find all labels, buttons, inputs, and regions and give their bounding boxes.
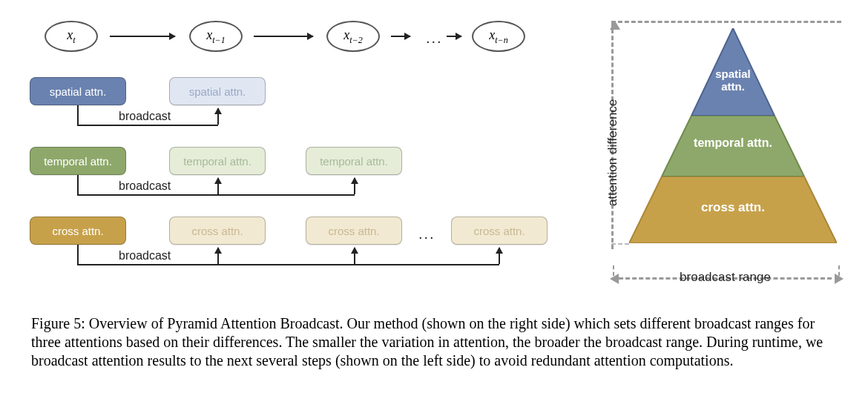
arrow-up-icon <box>354 178 355 194</box>
pyramid-label: cross attn. <box>629 200 837 215</box>
arrow-right-icon <box>110 36 175 37</box>
pyramid-label: spatialattn. <box>629 68 837 93</box>
timestep-sub: t−1 <box>212 34 225 44</box>
broadcast-label: broadcast <box>119 249 171 262</box>
cross-attn-ghost: cross attn. <box>306 217 402 245</box>
cross-attn-box: cross attn. <box>30 217 126 245</box>
left-diagram: xt xt−1 xt−2 xt−n ... spatial attn. spat… <box>30 21 594 295</box>
arrow-right-icon <box>391 36 410 37</box>
ellipsis: ... <box>426 30 443 47</box>
x-axis: broadcast range <box>608 249 842 251</box>
guide-line <box>611 243 629 245</box>
ellipsis: ... <box>418 225 435 242</box>
spatial-attn-box: spatial attn. <box>30 77 126 105</box>
timestep-var: xt <box>67 27 75 46</box>
rail-segment <box>77 194 355 196</box>
timestep-oval: xt <box>45 21 98 52</box>
timestep-sub: t−n <box>495 34 507 44</box>
arrow-up-icon <box>217 178 219 194</box>
pyramid: spatialattn. spatial attn. temporal attn… <box>629 28 837 243</box>
attn-label: cross attn. <box>52 225 103 237</box>
arrow-right-icon <box>254 36 313 37</box>
pyramid-label: temporal attn. <box>629 136 837 150</box>
attn-label: spatial attn. <box>50 85 107 98</box>
cross-attn-ghost: cross attn. <box>451 217 548 245</box>
x-axis-dashed-top <box>611 21 841 23</box>
rail-segment <box>77 264 499 265</box>
attn-label: cross attn. <box>191 225 243 237</box>
pyramid-layer-cross: cross attn. <box>629 176 837 243</box>
attn-label: temporal attn. <box>44 155 112 168</box>
attn-label: cross attn. <box>328 225 379 237</box>
timestep-var: xt−n <box>489 27 507 46</box>
temporal-attn-ghost: temporal attn. <box>169 147 266 175</box>
rail-segment <box>77 175 79 194</box>
right-pyramid-panel: attention difference spatialattn. spatia… <box>608 21 842 295</box>
x-axis-label: broadcast range <box>608 270 842 285</box>
timestep-sub: t−2 <box>349 34 362 44</box>
rail-segment <box>77 245 79 264</box>
timestep-var: xt−1 <box>206 27 225 46</box>
timestep-var: xt−2 <box>343 27 362 46</box>
spatial-attn-ghost: spatial attn. <box>169 77 266 105</box>
figure: xt xt−1 xt−2 xt−n ... spatial attn. spat… <box>30 21 842 295</box>
broadcast-label: broadcast <box>119 179 171 193</box>
attn-label: spatial attn. <box>189 85 246 98</box>
pyramid-layer-spatial: spatialattn. spatial attn. <box>629 28 837 116</box>
timestep-oval: xt−n <box>472 21 525 52</box>
cross-attn-ghost: cross attn. <box>169 217 266 245</box>
figure-caption: Figure 5: Overview of Pyramid Attention … <box>31 314 838 369</box>
rail-segment <box>77 125 218 126</box>
pyramid-layer-temporal: temporal attn. <box>629 116 837 176</box>
arrow-up-icon <box>217 248 219 264</box>
arrow-up-icon <box>499 248 500 264</box>
y-axis-label: attention difference <box>605 99 620 206</box>
timestep-sub: t <box>73 34 75 44</box>
temporal-attn-ghost: temporal attn. <box>306 147 402 175</box>
temporal-attn-box: temporal attn. <box>30 147 126 175</box>
arrow-right-icon <box>447 36 461 37</box>
arrow-up-icon <box>217 108 219 125</box>
attn-label: temporal attn. <box>320 155 388 168</box>
attn-label: temporal attn. <box>183 155 251 168</box>
timestep-oval: xt−2 <box>326 21 380 52</box>
attn-label: cross attn. <box>473 225 525 237</box>
rail-segment <box>77 105 79 125</box>
arrow-up-icon <box>354 248 355 264</box>
broadcast-label: broadcast <box>119 110 171 123</box>
timestep-oval: xt−1 <box>189 21 243 52</box>
